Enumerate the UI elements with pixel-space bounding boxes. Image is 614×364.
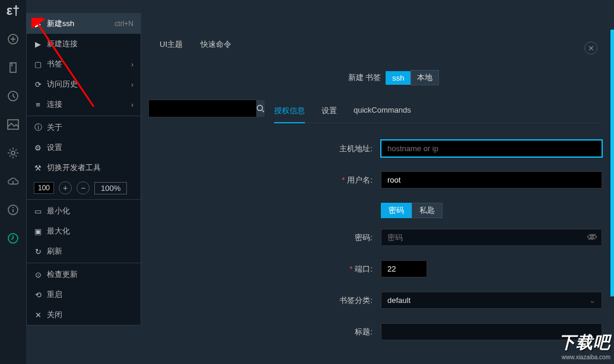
menu-label: 连接 (47, 99, 62, 110)
menu-separator (27, 263, 141, 263)
password-label: 密码: (274, 232, 381, 243)
menu-shortcut: ctrl+N (114, 20, 133, 28)
menu-settings[interactable]: ⚙ 设置 (27, 138, 141, 158)
zoom-value: 100 (34, 182, 54, 194)
bookmark-icon[interactable] (7, 62, 19, 74)
svg-line-17 (262, 110, 264, 112)
main-form: 新建 书签 ssh 本地 授权信息 设置 quickCommands 主机地址:… (274, 70, 602, 364)
svg-line-7 (13, 96, 15, 98)
mode-label: 新建 书签 (348, 72, 381, 83)
chevron-right-icon: › (131, 60, 133, 69)
menu-new-ssh[interactable]: ▶ 新建ssh ctrl+N (27, 14, 141, 34)
menu-refresh[interactable]: ↻ 刷新 (27, 241, 141, 261)
svg-point-16 (257, 106, 263, 111)
menu-label: 检查更新 (47, 269, 78, 280)
menu-zoom: 100 + − 100% (27, 178, 141, 198)
zoom-out-button[interactable]: − (77, 181, 90, 194)
auth-tab-privatekey[interactable]: 私匙 (412, 203, 443, 218)
form-tab-auth[interactable]: 授权信息 (274, 102, 305, 123)
settings-icon[interactable] (7, 147, 19, 159)
menu-separator (27, 199, 141, 200)
search-box (148, 100, 260, 117)
gear-icon: ⚙ (34, 143, 42, 152)
menu-label: 关于 (47, 122, 62, 133)
menu-history[interactable]: ⟳ 访问历史 › (27, 74, 141, 94)
info-icon: ⓘ (34, 122, 42, 133)
image-icon[interactable] (7, 119, 19, 130)
menu-about[interactable]: ⓘ 关于 (27, 117, 141, 138)
sync-icon[interactable] (7, 232, 19, 244)
cloud-icon[interactable] (7, 175, 19, 187)
menu-label: 最小化 (47, 206, 70, 216)
sidebar: ε† (0, 0, 26, 364)
form-tab-settings[interactable]: 设置 (322, 102, 337, 123)
chevron-right-icon: › (131, 80, 133, 89)
user-label: *用户名: (274, 175, 381, 186)
menu-label: 关闭 (47, 309, 62, 320)
mode-tab-ssh[interactable]: ssh (386, 71, 411, 85)
terminal-icon: ▶ (34, 40, 42, 49)
menu-connections[interactable]: ≡ 连接 › (27, 94, 141, 114)
history-icon: ⟳ (34, 80, 42, 89)
list-icon: ≡ (34, 100, 42, 109)
search-button[interactable] (256, 100, 265, 117)
chevron-down-icon: ⌄ (589, 296, 596, 305)
menu-new-connection[interactable]: ▶ 新建连接 (27, 34, 141, 54)
form-tab-quickcommands[interactable]: quickCommands (354, 102, 411, 123)
category-value: default (387, 296, 411, 305)
password-input[interactable] (381, 229, 602, 246)
menu-label: 重启 (47, 289, 62, 300)
search-icon (256, 104, 265, 113)
host-label: 主机地址: (274, 143, 381, 154)
category-select[interactable]: default ⌄ (381, 292, 602, 309)
terminal-icon: ▶ (34, 20, 42, 28)
maximize-icon: ▣ (34, 227, 42, 236)
info-icon[interactable] (7, 204, 19, 216)
zoom-percent[interactable]: 100% (94, 182, 127, 194)
bookmark-icon: ▢ (34, 60, 42, 69)
close-panel-button[interactable]: ✕ (584, 41, 597, 55)
tab-ui-theme[interactable]: UI主题 (160, 39, 183, 50)
eye-icon[interactable] (587, 233, 597, 242)
menu-label: 刷新 (47, 246, 62, 257)
menu-close[interactable]: ✕ 关闭 (27, 305, 141, 325)
svg-point-12 (12, 207, 14, 208)
svg-point-9 (11, 151, 15, 155)
mode-tab-local[interactable]: 本地 (411, 70, 439, 85)
menu-label: 切换开发者工具 (47, 162, 101, 173)
plus-icon[interactable] (7, 33, 19, 45)
history-icon[interactable] (7, 90, 19, 102)
port-input[interactable] (381, 260, 427, 277)
menu-restart[interactable]: ⟲ 重启 (27, 285, 141, 305)
restart-icon: ⟲ (34, 290, 42, 299)
category-label: 书签分类: (274, 295, 381, 306)
close-icon: ✕ (34, 311, 42, 320)
menu-minimize[interactable]: ▭ 最小化 (27, 201, 141, 221)
auth-tab-password[interactable]: 密码 (381, 203, 412, 218)
menu-label: 书签 (47, 59, 62, 69)
menu-maximize[interactable]: ▣ 最大化 (27, 221, 141, 241)
username-input[interactable] (381, 171, 602, 189)
update-icon: ⊙ (34, 270, 42, 279)
zoom-in-button[interactable]: + (59, 181, 72, 194)
app-logo: ε† (7, 5, 19, 17)
title-input[interactable] (381, 323, 602, 340)
search-input[interactable] (149, 100, 256, 117)
menu-label: 新建ssh (47, 18, 74, 29)
menu-bookmarks[interactable]: ▢ 书签 › (27, 54, 141, 74)
menu-label: 最大化 (47, 226, 70, 237)
port-label: *端口: (274, 264, 381, 274)
refresh-icon: ↻ (34, 247, 42, 256)
menu-check-update[interactable]: ⊙ 检查更新 (27, 264, 141, 285)
minimize-icon: ▭ (34, 207, 42, 216)
context-menu: ▶ 新建ssh ctrl+N ▶ 新建连接 ▢ 书签 › ⟳ 访问历史 › ≡ … (26, 13, 141, 325)
svg-rect-3 (10, 63, 16, 72)
scrollbar[interactable] (610, 30, 614, 296)
menu-label: 设置 (47, 142, 62, 153)
tab-quick-commands[interactable]: 快速命令 (201, 39, 231, 50)
menu-devtools[interactable]: ⚒ 切换开发者工具 (27, 158, 141, 178)
chevron-right-icon: › (131, 100, 133, 109)
host-input[interactable] (381, 140, 602, 157)
menu-separator (27, 116, 141, 116)
title-label: 标题: (274, 327, 381, 337)
